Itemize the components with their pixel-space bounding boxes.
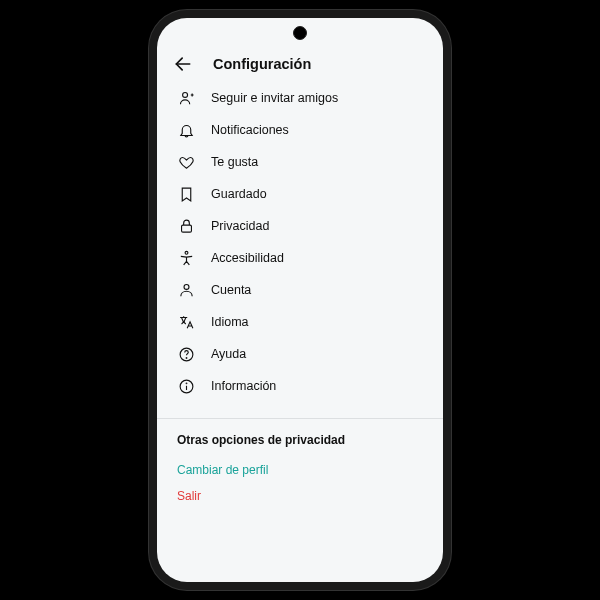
header: Configuración bbox=[157, 48, 443, 82]
page-title: Configuración bbox=[213, 56, 311, 72]
menu-item-label: Idioma bbox=[211, 315, 249, 329]
menu-item-follow-invite[interactable]: Seguir e invitar amigos bbox=[157, 82, 443, 114]
menu-item-label: Te gusta bbox=[211, 155, 258, 169]
screen: Configuración Seguir e invitar amigos No… bbox=[157, 18, 443, 582]
front-camera bbox=[293, 26, 307, 40]
menu-item-label: Ayuda bbox=[211, 347, 246, 361]
svg-point-11 bbox=[186, 382, 187, 383]
menu-item-label: Seguir e invitar amigos bbox=[211, 91, 338, 105]
person-icon bbox=[177, 281, 195, 299]
svg-point-5 bbox=[185, 251, 188, 254]
heart-icon bbox=[177, 153, 195, 171]
phone-frame: Configuración Seguir e invitar amigos No… bbox=[149, 10, 451, 590]
menu-item-label: Accesibilidad bbox=[211, 251, 284, 265]
menu-item-language[interactable]: Idioma bbox=[157, 306, 443, 338]
menu-item-accessibility[interactable]: Accesibilidad bbox=[157, 242, 443, 274]
menu-item-notifications[interactable]: Notificaciones bbox=[157, 114, 443, 146]
person-plus-icon bbox=[177, 89, 195, 107]
switch-profile-link[interactable]: Cambiar de perfil bbox=[157, 457, 443, 483]
svg-rect-4 bbox=[181, 225, 191, 232]
svg-point-1 bbox=[182, 92, 187, 97]
menu-item-label: Información bbox=[211, 379, 276, 393]
lock-icon bbox=[177, 217, 195, 235]
bell-icon bbox=[177, 121, 195, 139]
menu-item-label: Cuenta bbox=[211, 283, 251, 297]
menu-item-saved[interactable]: Guardado bbox=[157, 178, 443, 210]
menu-item-account[interactable]: Cuenta bbox=[157, 274, 443, 306]
accessibility-icon bbox=[177, 249, 195, 267]
settings-menu: Seguir e invitar amigos Notificaciones T… bbox=[157, 82, 443, 412]
arrow-left-icon bbox=[173, 54, 193, 74]
logout-link[interactable]: Salir bbox=[157, 483, 443, 509]
menu-item-label: Notificaciones bbox=[211, 123, 289, 137]
menu-item-info[interactable]: Información bbox=[157, 370, 443, 402]
back-button[interactable] bbox=[173, 54, 193, 74]
menu-item-help[interactable]: Ayuda bbox=[157, 338, 443, 370]
section-title-privacy-options: Otras opciones de privacidad bbox=[157, 419, 443, 457]
app-content: Configuración Seguir e invitar amigos No… bbox=[157, 18, 443, 582]
bookmark-icon bbox=[177, 185, 195, 203]
menu-item-label: Privacidad bbox=[211, 219, 269, 233]
menu-item-privacy[interactable]: Privacidad bbox=[157, 210, 443, 242]
menu-item-likes[interactable]: Te gusta bbox=[157, 146, 443, 178]
svg-point-6 bbox=[184, 284, 189, 289]
translate-icon bbox=[177, 313, 195, 331]
help-icon bbox=[177, 345, 195, 363]
info-icon bbox=[177, 377, 195, 395]
menu-item-label: Guardado bbox=[211, 187, 267, 201]
svg-point-8 bbox=[186, 357, 187, 358]
